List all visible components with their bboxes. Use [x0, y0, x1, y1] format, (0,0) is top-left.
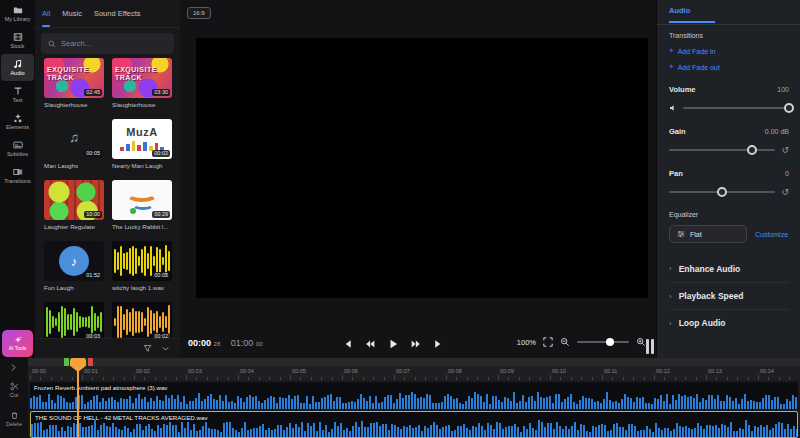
skip-end-button[interactable]	[432, 337, 446, 351]
section-title: Playback Speed	[679, 291, 744, 301]
ruler-label: 00:01	[84, 368, 98, 374]
expand-toolbar-icon[interactable]	[9, 363, 18, 372]
sidebar-item-stock[interactable]: Stock	[0, 27, 35, 54]
fast-forward-button[interactable]	[409, 337, 423, 351]
sidebar-item-label: Text	[12, 97, 22, 103]
tab-sound-effects[interactable]: Sound Effects	[94, 0, 141, 27]
audio-library-item[interactable]: 00:05witchy laugh 1.wav	[112, 241, 172, 291]
music-note-icon	[13, 59, 23, 69]
audio-thumbnail[interactable]: 00:02	[112, 302, 172, 338]
filter-icon[interactable]	[143, 344, 152, 353]
audio-library-item[interactable]: 00:29The Lucky Rabbit l...	[112, 180, 172, 230]
pan-control: Pan 0 ↺	[669, 169, 789, 197]
sidebar-item-subtitles[interactable]: Subtitles	[0, 135, 35, 162]
audio-thumbnail[interactable]: EXQUISITE TRACK02:45	[44, 58, 104, 98]
aspect-ratio-button[interactable]: 16:9	[187, 7, 211, 19]
audio-thumbnail[interactable]: 00:05	[112, 241, 172, 281]
equalizer-customize-link[interactable]: Customize	[755, 231, 788, 238]
gain-value: 0.00 dB	[765, 128, 789, 135]
sidebar-item-text[interactable]: Text	[0, 81, 35, 108]
audio-library-item[interactable]: ♫00:05Man Laughs	[44, 119, 104, 169]
audio-thumbnail[interactable]: 00:03	[44, 302, 104, 338]
sidebar-item-label: My Library	[5, 16, 31, 22]
search-box[interactable]	[41, 33, 174, 54]
audio-library-item[interactable]: EXQUISITE TRACK03:30Slaughterhouse	[112, 58, 172, 108]
skip-start-icon	[342, 339, 352, 349]
pan-reset-icon[interactable]: ↺	[781, 188, 789, 197]
skip-end-icon	[434, 339, 444, 349]
audio-clip-track-2-selected[interactable]: THE SOUND OF HELL - 42 METAL TRACKS AVER…	[30, 411, 798, 438]
elements-icon	[13, 113, 23, 123]
gain-label: Gain	[669, 127, 686, 136]
zoom-in-icon[interactable]	[636, 337, 646, 347]
volume-label: Volume	[669, 85, 696, 94]
section-loop-audio[interactable]: ›Loop Audio	[669, 309, 789, 336]
equalizer-preset-select[interactable]: Flat	[669, 225, 747, 243]
sidebar-item-audio[interactable]: Audio	[1, 54, 34, 81]
trim-out-marker[interactable]	[88, 358, 93, 366]
video-preview[interactable]	[196, 38, 648, 298]
sidebar-item-label: Elements	[6, 124, 29, 130]
audio-thumbnail[interactable]: ♪01:52	[44, 241, 104, 281]
sidebar-item-label: Subtitles	[7, 151, 28, 157]
add-fade-in-button[interactable]: + Add Fade in	[669, 47, 789, 55]
delete-button[interactable]: Delete	[0, 411, 28, 427]
ai-tools-label: AI Tools	[9, 345, 27, 351]
audio-library-item[interactable]: 00:02witchy laugh 7.wav	[112, 302, 172, 338]
tab-music[interactable]: Music	[62, 0, 82, 27]
audio-library-item[interactable]: EXQUISITE TRACK02:45Slaughterhouse	[44, 58, 104, 108]
sidebar-item-my-library[interactable]: My Library	[0, 0, 35, 27]
dot	[130, 208, 136, 214]
ai-tools-button[interactable]: AI Tools	[2, 330, 33, 357]
pan-value: 0	[785, 170, 789, 177]
clip-name: THE SOUND OF HELL - 42 METAL TRACKS AVER…	[35, 414, 208, 421]
audio-thumbnail[interactable]: EXQUISITE TRACK03:30	[112, 58, 172, 98]
tab-all[interactable]: All	[42, 0, 50, 27]
fullscreen-icon[interactable]	[543, 337, 553, 347]
chevron-down-icon[interactable]	[161, 344, 170, 353]
gain-slider[interactable]	[669, 149, 775, 151]
audio-thumbnail[interactable]: MuzA00:02	[112, 119, 172, 159]
sidebar-item-elements[interactable]: Elements	[0, 108, 35, 135]
zoom-out-icon[interactable]	[560, 337, 570, 347]
section-playback-speed[interactable]: ›Playback Speed	[669, 282, 789, 309]
gain-reset-icon[interactable]: ↺	[781, 146, 789, 155]
pan-slider[interactable]	[669, 191, 775, 193]
ruler-label: 00:04	[240, 368, 254, 374]
audio-thumbnail[interactable]: 00:29	[112, 180, 172, 220]
audio-library-item[interactable]: 10:00Laughter Regulate	[44, 180, 104, 230]
zoom-slider-knob[interactable]	[606, 338, 614, 346]
cut-button[interactable]: Cut	[0, 382, 28, 398]
audio-library-item[interactable]: MuzA00:02Nearly Man Laugh	[112, 119, 172, 169]
speaker-icon[interactable]	[669, 104, 677, 112]
audio-item-name: Laughter Regulate	[44, 223, 104, 230]
ruler-label: 00:06	[344, 368, 358, 374]
section-title: Loop Audio	[679, 318, 726, 328]
audio-thumbnail[interactable]: ♫00:05	[44, 119, 104, 159]
timeline-ruler[interactable]: 00:0000:0100:0200:0300:0400:0500:0600:07…	[28, 366, 800, 380]
ruler-label: 00:09	[500, 368, 514, 374]
gain-slider-knob[interactable]	[747, 145, 757, 155]
inspector-sections: ›Enhance Audio›Playback Speed›Loop Audio	[669, 255, 789, 336]
preview-stage: 16:9 00:00 28 01:00 00 100%	[180, 0, 656, 358]
audio-library-item[interactable]: 00:03female_short_laug...	[44, 302, 104, 338]
panel-resize-handle[interactable]	[646, 339, 654, 354]
add-fade-out-button[interactable]: + Add Fade out	[669, 63, 789, 71]
thumbnail-text: EXQUISITE TRACK	[115, 66, 169, 82]
sparkle-icon	[14, 336, 22, 344]
section-enhance-audio[interactable]: ›Enhance Audio	[669, 255, 789, 282]
skip-start-button[interactable]	[340, 337, 354, 351]
timeline-zoom-slider[interactable]	[577, 341, 629, 343]
volume-slider-knob[interactable]	[784, 103, 794, 113]
sidebar-item-transitions[interactable]: Transitions	[0, 162, 35, 189]
trim-in-marker[interactable]	[64, 358, 69, 366]
tab-audio[interactable]: Audio	[669, 6, 715, 23]
audio-clip-track-1[interactable]: Frozen Reverb Ambient pad atmosphere (3)…	[30, 382, 798, 409]
audio-library-item[interactable]: ♪01:52Fun Laugh	[44, 241, 104, 291]
rewind-button[interactable]	[363, 337, 377, 351]
pan-slider-knob[interactable]	[717, 187, 727, 197]
search-input[interactable]	[61, 39, 167, 48]
volume-slider[interactable]	[683, 107, 789, 109]
play-button[interactable]	[386, 337, 400, 351]
audio-thumbnail[interactable]: 10:00	[44, 180, 104, 220]
